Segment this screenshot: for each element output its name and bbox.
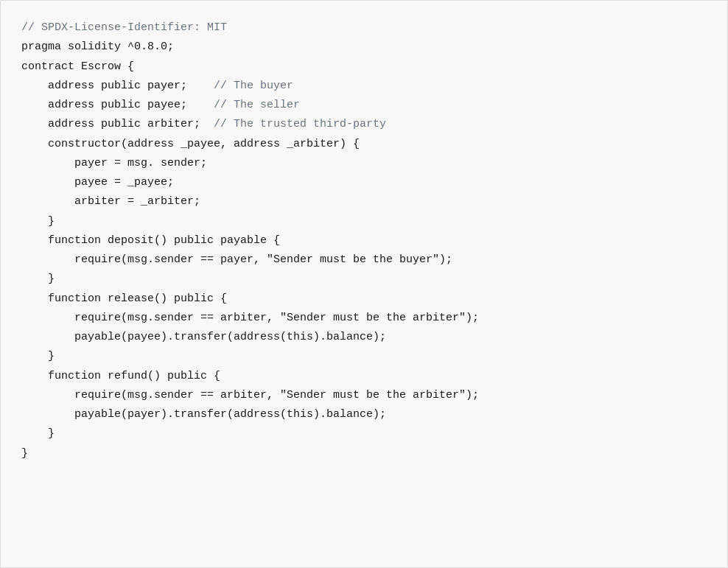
code-line: } (21, 424, 707, 443)
code-line: arbiter = _arbiter; (21, 192, 707, 211)
code-comment: // The buyer (214, 80, 293, 92)
code-line: payee = _payee; (21, 173, 707, 192)
code-line: // SPDX-License-Identifier: MIT (21, 18, 707, 38)
code-line: function deposit() public payable { (21, 231, 707, 250)
code-line: require(msg.sender == payer, "Sender mus… (21, 250, 707, 270)
code-line: function refund() public { (21, 367, 707, 386)
code-line: pragma solidity ^0.8.0; (21, 38, 707, 57)
code-line: require(msg.sender == arbiter, "Sender m… (21, 309, 707, 328)
code-line: address public payer; // The buyer (21, 77, 707, 96)
code-editor: // SPDX-License-Identifier: MITpragma so… (0, 0, 728, 568)
code-line: contract Escrow { (21, 57, 707, 77)
code-comment: // The seller (214, 99, 300, 111)
code-line: payer = msg. sender; (21, 154, 707, 173)
code-line: payable(payee).transfer(address(this).ba… (21, 328, 707, 347)
code-line: } (21, 347, 707, 366)
code-comment: // SPDX-License-Identifier: MIT (21, 21, 227, 34)
code-line: address public payee; // The seller (21, 96, 707, 115)
code-line: payable(payer).transfer(address(this).ba… (21, 405, 707, 424)
code-line: } (21, 212, 707, 231)
code-line: address public arbiter; // The trusted t… (21, 115, 707, 134)
code-line: } (21, 444, 707, 463)
code-line: constructor(address _payee, address _arb… (21, 135, 707, 154)
code-line: } (21, 270, 707, 289)
code-line: function release() public { (21, 290, 707, 309)
code-comment: // The trusted third-party (214, 118, 386, 130)
code-line: require(msg.sender == arbiter, "Sender m… (21, 386, 707, 405)
